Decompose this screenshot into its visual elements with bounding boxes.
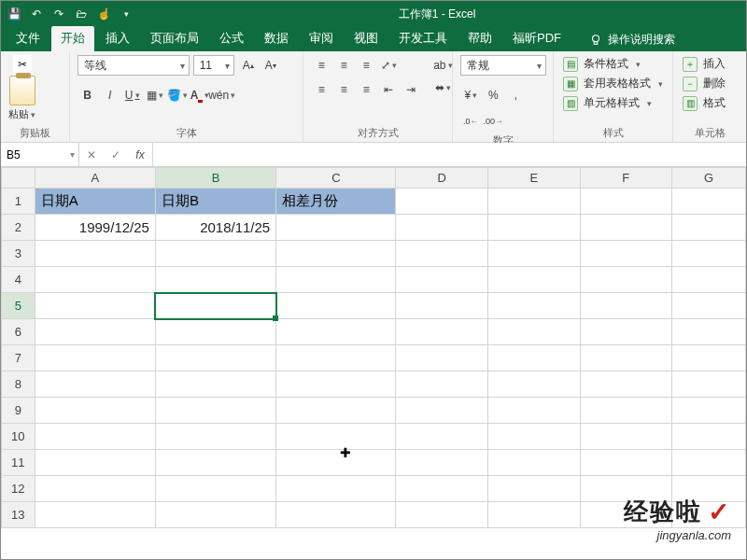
tab-file[interactable]: 文件 [7,26,49,51]
align-bottom-button[interactable]: ≡ [356,55,376,76]
row-header-3[interactable]: 3 [2,241,35,267]
cell-G1[interactable] [672,189,746,215]
cell-C11[interactable] [276,450,396,476]
cell-D3[interactable] [396,241,488,267]
cell-E4[interactable] [488,267,581,293]
cell-F1[interactable] [580,189,672,215]
insert-cells-button[interactable]: ＋插入 [681,55,727,73]
cell-F6[interactable] [580,319,672,345]
paste-button[interactable]: 粘贴 [8,107,35,121]
cell-E9[interactable] [488,398,581,424]
cell-F4[interactable] [580,267,672,293]
tab-insert[interactable]: 插入 [96,26,139,51]
row-header-11[interactable]: 11 [2,450,35,476]
cell-G8[interactable] [672,371,746,398]
cell-B7[interactable] [155,345,275,371]
cell-D9[interactable] [396,398,488,424]
cell-G9[interactable] [672,398,746,424]
cell-B12[interactable] [155,476,275,502]
font-size-combo[interactable]: 11 [193,55,234,76]
tab-help[interactable]: 帮助 [458,26,501,51]
redo-icon[interactable]: ↷ [51,7,66,21]
tab-developer[interactable]: 开发工具 [389,26,457,51]
comma-format-button[interactable]: , [505,85,526,105]
cell-D8[interactable] [396,371,488,398]
cell-C6[interactable] [276,319,396,345]
cell-E7[interactable] [488,345,581,371]
orientation-button[interactable]: ⤢ [378,55,399,76]
cell-D1[interactable] [396,189,488,215]
cell-E12[interactable] [488,476,581,502]
align-center-button[interactable]: ≡ [333,79,354,100]
tab-data[interactable]: 数据 [255,26,298,51]
align-top-button[interactable]: ≡ [311,55,331,76]
align-middle-button[interactable]: ≡ [333,55,354,76]
insert-function-button[interactable]: fx [128,148,152,161]
cell-C12[interactable] [276,476,396,502]
cell-C3[interactable] [276,241,396,267]
open-icon[interactable]: 🗁 [74,7,89,21]
cell-A10[interactable] [35,424,155,450]
cell-A12[interactable] [35,476,155,502]
number-format-combo[interactable]: 常规 [460,55,546,76]
cell-E13[interactable] [488,502,581,528]
format-as-table-button[interactable]: ▦套用表格格式 [561,75,665,92]
column-header-G[interactable]: G [672,168,746,189]
cell-C9[interactable] [276,398,396,424]
increase-font-button[interactable]: A▴ [238,55,259,76]
row-header-10[interactable]: 10 [2,424,35,450]
cell-B13[interactable] [155,502,275,528]
cell-F11[interactable] [580,450,672,476]
row-header-13[interactable]: 13 [2,502,35,528]
cell-D11[interactable] [396,450,488,476]
increase-indent-button[interactable]: ⇥ [401,79,421,100]
cell-B11[interactable] [155,450,275,476]
cell-A5[interactable] [35,293,155,319]
tab-view[interactable]: 视图 [345,26,388,51]
column-header-C[interactable]: C [276,168,396,189]
cell-B6[interactable] [155,319,275,345]
row-header-5[interactable]: 5 [2,293,35,319]
column-header-D[interactable]: D [396,168,488,189]
cell-C5[interactable] [276,293,396,319]
row-header-2[interactable]: 2 [2,215,35,241]
formula-input[interactable] [153,143,746,166]
cell-G10[interactable] [672,424,746,450]
tell-me-search[interactable]: 操作说明搜索 [582,28,683,51]
cell-G7[interactable] [672,345,746,371]
border-button[interactable]: ▦ [145,85,165,105]
tab-formulas[interactable]: 公式 [210,26,253,51]
cell-C4[interactable] [276,267,396,293]
cell-B4[interactable] [155,267,275,293]
cell-D5[interactable] [396,293,488,319]
decrease-decimal-button[interactable]: .00→ [483,111,503,132]
row-header-12[interactable]: 12 [2,476,35,502]
column-header-E[interactable]: E [488,168,581,189]
cell-E6[interactable] [488,319,581,345]
row-header-9[interactable]: 9 [2,398,35,424]
cell-D4[interactable] [396,267,488,293]
cell-F5[interactable] [580,293,672,319]
save-icon[interactable]: 💾 [7,7,21,21]
cell-C7[interactable] [276,345,396,371]
cell-F3[interactable] [580,241,672,267]
cell-C13[interactable] [276,502,396,528]
cell-styles-button[interactable]: ▧单元格样式 [561,94,665,112]
cell-A11[interactable] [35,450,155,476]
underline-button[interactable]: U [122,85,143,105]
decrease-font-button[interactable]: A▾ [261,55,281,76]
cell-C10[interactable] [276,424,396,450]
column-header-A[interactable]: A [35,168,155,189]
increase-decimal-button[interactable]: .0← [460,111,481,132]
cell-B3[interactable] [155,241,275,267]
cell-B9[interactable] [155,398,275,424]
paste-icon[interactable] [9,76,35,105]
accounting-format-button[interactable]: ¥ [460,85,481,105]
touch-mode-icon[interactable]: ☝ [96,7,111,21]
cell-F9[interactable] [580,398,672,424]
cell-C1[interactable]: 相差月份 [276,189,396,215]
name-box[interactable]: B5 [1,143,79,166]
cell-E8[interactable] [488,371,581,398]
cell-E2[interactable] [488,215,581,241]
cell-A3[interactable] [35,241,155,267]
